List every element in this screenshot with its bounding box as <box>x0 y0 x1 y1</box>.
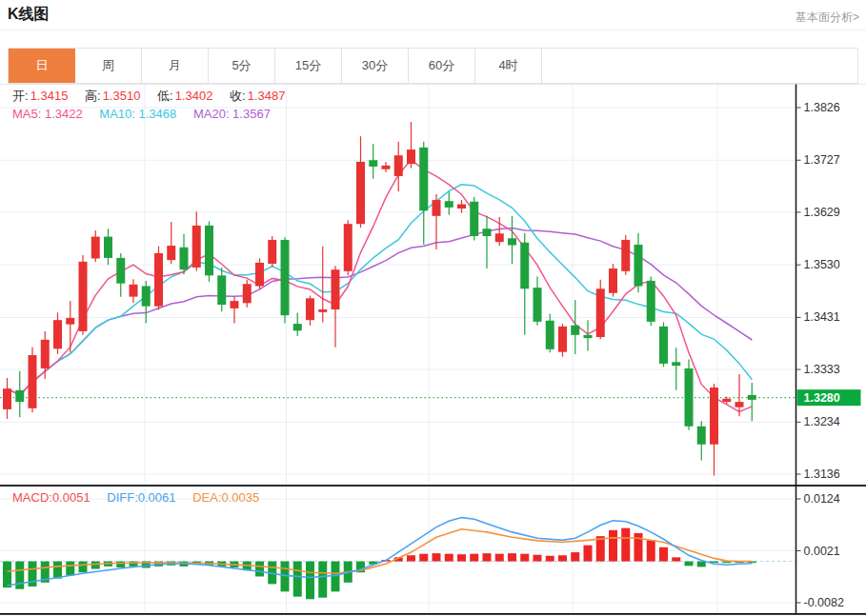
candle-body <box>470 202 478 236</box>
candle-body <box>672 362 680 366</box>
candle-body <box>571 326 579 335</box>
macd-bar <box>433 553 441 561</box>
axis-tick-label: 1.3333 <box>804 363 840 376</box>
candle-body <box>735 402 744 407</box>
candle-body <box>116 258 125 284</box>
macd-bar <box>419 554 428 562</box>
macd-bar <box>672 557 680 561</box>
ma-legend: MA5: 1.3422 MA10: 1.3468 MA20: 1.3567 <box>12 107 284 121</box>
macd-bar <box>685 562 694 566</box>
macd-bar <box>318 562 327 598</box>
axis-tick-label: 1.3530 <box>804 258 840 271</box>
candle-body <box>104 237 112 258</box>
candle-body <box>231 301 239 308</box>
macd-legend: MACD:0.0051 DIFF:0.0061 DEA:0.0035 <box>12 490 272 505</box>
candle-body <box>483 229 492 236</box>
axis-tick-label: 0.0124 <box>804 492 840 506</box>
macd-bar <box>53 562 62 579</box>
candle-body <box>142 286 151 306</box>
macd-bar <box>534 555 542 562</box>
candle-body <box>495 233 504 242</box>
candle-body <box>433 200 441 216</box>
macd-bar <box>91 562 100 569</box>
candle-body <box>647 281 655 322</box>
candle-body <box>154 253 163 307</box>
bottom-border <box>0 613 866 615</box>
candle-body <box>180 248 189 269</box>
candle-body <box>217 275 226 305</box>
macd-bar <box>495 554 504 562</box>
candle-body <box>356 162 365 224</box>
macd-bar <box>558 555 567 561</box>
candle-body <box>243 284 252 303</box>
macd-bar <box>483 553 492 561</box>
axis-tick-label: 1.3234 <box>804 415 840 428</box>
candle-body <box>697 427 706 445</box>
candle-body <box>167 246 175 260</box>
current-price-label: 1.3280 <box>804 391 840 405</box>
macd-bar <box>306 562 314 600</box>
axis-tick-label: 1.3136 <box>804 467 840 481</box>
candle-body <box>344 224 352 271</box>
panel-divider <box>0 485 866 487</box>
ma20-legend-value: MA20: 1.3567 <box>193 107 271 121</box>
candle-body <box>130 285 138 297</box>
macd-bar <box>255 562 264 577</box>
candle-body <box>394 155 403 176</box>
candle-body <box>596 288 605 337</box>
macd-bar <box>520 554 529 562</box>
candle-body <box>29 355 37 408</box>
open-value: 1.3415 <box>30 89 69 103</box>
axis-tick-label: 1.3826 <box>804 101 840 114</box>
macd-legend-value: MACD:0.0051 <box>12 490 91 505</box>
candle-body <box>634 245 643 287</box>
candle-body <box>685 368 694 427</box>
candle-body <box>534 288 542 322</box>
candle-body <box>192 226 201 268</box>
diff-legend-value: DIFF:0.0061 <box>107 490 175 505</box>
candle-body <box>66 318 74 325</box>
axes <box>0 85 866 615</box>
candle-body <box>306 298 314 320</box>
candle-body <box>508 238 516 245</box>
macd-bar <box>609 530 617 562</box>
axis-tick-label: 1.3629 <box>804 206 840 219</box>
axis-tick-label: 1.3727 <box>804 153 840 167</box>
macd-bar <box>15 562 24 589</box>
candle-body <box>407 149 415 164</box>
candle-body <box>79 262 88 331</box>
macd-bar <box>470 554 478 562</box>
low-label: 低: <box>157 89 173 103</box>
candle-body <box>15 390 24 402</box>
candle-body <box>457 205 466 209</box>
macd-bar <box>546 556 554 562</box>
candle-body <box>41 340 50 368</box>
candle-body <box>293 324 302 330</box>
macd-bar <box>584 546 593 562</box>
macd-bar <box>445 554 453 562</box>
high-value: 1.3510 <box>103 89 141 103</box>
ohlc-legend: 开:1.3415 高:1.3510 低:1.3402 收:1.3487 <box>12 88 298 105</box>
open-label: 开: <box>12 89 29 103</box>
candle-body <box>546 321 554 349</box>
macd-bar <box>634 533 643 562</box>
candle-body <box>255 263 264 287</box>
candle-body <box>281 240 290 315</box>
candle-body <box>332 269 340 309</box>
candle-body <box>621 240 630 271</box>
candle-body <box>748 395 756 400</box>
axis-tick-label: -0.0082 <box>804 596 844 609</box>
macd-bar <box>571 552 579 562</box>
grid-lines <box>0 85 866 614</box>
candle-body <box>609 268 617 293</box>
macd-bar <box>79 562 88 573</box>
candle-body <box>558 327 567 352</box>
axis-labels: 1.38261.37271.36291.35301.34311.33331.32… <box>796 101 844 609</box>
macd-bar <box>457 554 466 561</box>
macd-bar <box>647 540 655 561</box>
macd-bar <box>332 562 340 592</box>
candle-body <box>205 226 213 275</box>
macd-bar <box>621 528 630 562</box>
close-value: 1.3487 <box>248 89 286 103</box>
candle-body <box>659 327 668 364</box>
